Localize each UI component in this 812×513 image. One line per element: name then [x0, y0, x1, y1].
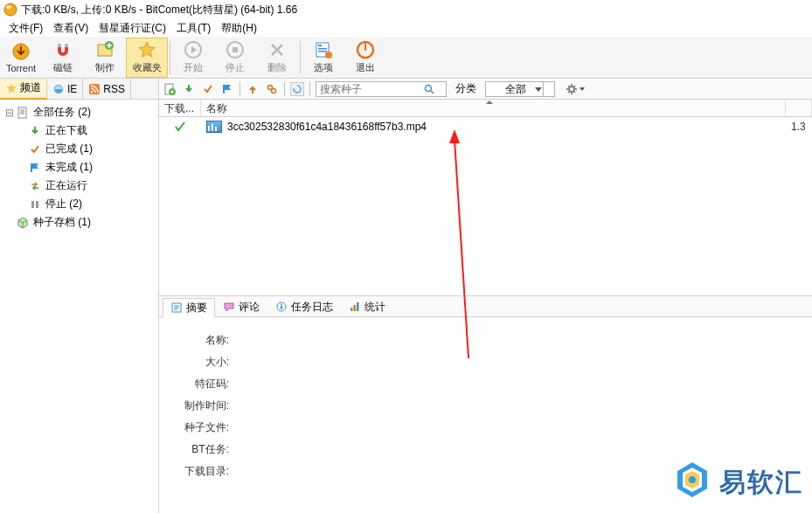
- sort-indicator-icon: [486, 101, 493, 104]
- settings-dropdown[interactable]: [566, 83, 585, 95]
- toolbar-delete-button[interactable]: 删除: [256, 38, 298, 78]
- delete-icon: [267, 40, 287, 59]
- svg-rect-36: [354, 305, 357, 311]
- toolbar-torrent-button[interactable]: Torrent: [0, 38, 42, 78]
- svg-point-34: [281, 304, 282, 306]
- tree-stopped[interactable]: 停止 (2): [2, 195, 156, 213]
- detail-created-label: 制作时间:: [163, 399, 232, 413]
- toolbar-create-button[interactable]: 制作: [84, 38, 126, 78]
- svg-rect-12: [318, 48, 327, 50]
- category-select[interactable]: 全部: [485, 81, 555, 97]
- check-orange-icon[interactable]: [201, 82, 215, 96]
- watermark-text: 易软汇: [719, 465, 803, 501]
- search-icon[interactable]: [421, 84, 437, 94]
- left-panel: 频道 IE RSS ⊟ 全部任务 (2) 正在下载 已: [0, 79, 159, 513]
- svg-rect-21: [31, 163, 32, 172]
- check-icon: [28, 142, 42, 156]
- down-arrow-icon[interactable]: [182, 82, 196, 96]
- toolbar-options-button[interactable]: 选项: [302, 38, 344, 78]
- svg-rect-9: [232, 47, 238, 52]
- toolbar-exit-label: 退出: [356, 61, 375, 74]
- tree-completed-label: 已完成 (1): [45, 142, 93, 156]
- toolbar-start-label: 开始: [184, 61, 203, 74]
- svg-rect-13: [318, 51, 327, 52]
- detail-name-label: 名称:: [163, 333, 232, 348]
- star-icon: [137, 40, 156, 59]
- toolbar-create-label: 制作: [95, 61, 115, 74]
- detail-seedfile-label: 种子文件:: [163, 420, 232, 435]
- tab-rss[interactable]: RSS: [83, 79, 131, 100]
- menu-passport[interactable]: 彗星通行证(C): [94, 19, 171, 38]
- toolbar-exit-button[interactable]: 退出: [344, 38, 386, 78]
- list-row[interactable]: 3cc302532830f61c4a18436168ff57b3.mp4 1.3: [159, 117, 812, 135]
- torrent-icon: [11, 42, 31, 61]
- menu-file[interactable]: 文件(F): [3, 19, 48, 38]
- tree-completed[interactable]: 已完成 (1): [2, 140, 156, 158]
- search-input[interactable]: [316, 83, 421, 95]
- row-name-cell: 3cc302532830f61c4a18436168ff57b3.mp4: [201, 121, 786, 133]
- row-name: 3cc302532830f61c4a18436168ff57b3.mp4: [227, 121, 427, 133]
- tab-ie-label: IE: [67, 83, 77, 95]
- pause-icon: [28, 198, 42, 211]
- add-icon[interactable]: [163, 82, 177, 96]
- menu-help[interactable]: 帮助(H): [216, 19, 262, 38]
- comment-icon: [223, 301, 235, 313]
- toolbar-magnet-label: 磁链: [53, 61, 73, 74]
- tab-summary[interactable]: 摘要: [163, 298, 215, 317]
- download-arrow-icon: [28, 124, 42, 138]
- tab-log[interactable]: 任务日志: [267, 297, 341, 316]
- detail-size-label: 大小:: [163, 355, 232, 370]
- toolbar-separator: [300, 41, 301, 74]
- tab-channel-label: 频道: [20, 80, 41, 95]
- options-icon: [314, 40, 333, 59]
- summary-icon: [170, 302, 183, 314]
- video-file-icon: [206, 121, 222, 133]
- svg-point-19: [91, 90, 94, 93]
- left-tabs: 频道 IE RSS: [0, 79, 158, 100]
- detail-hash-label: 特征码:: [163, 377, 232, 392]
- transfer-icon: [28, 179, 42, 193]
- toolbar-start-button[interactable]: 开始: [172, 38, 214, 78]
- toolbar-options-label: 选项: [314, 61, 333, 74]
- tab-stats-label: 统计: [364, 300, 385, 315]
- info-icon: [275, 301, 288, 313]
- col-size[interactable]: [786, 100, 812, 116]
- menu-tools[interactable]: 工具(T): [171, 19, 216, 38]
- search-box: [316, 81, 447, 97]
- flag-icon: [28, 161, 42, 175]
- right-panel: 分类 全部 下载... 名称 3cc302532830f61c4a1843616…: [159, 79, 812, 513]
- tab-summary-label: 摘要: [186, 301, 207, 315]
- tab-stats[interactable]: 统计: [341, 297, 393, 316]
- toolbar-stop-button[interactable]: 停止: [214, 38, 256, 78]
- tree-seed-archive[interactable]: 种子存档 (1): [2, 213, 156, 232]
- stop-icon: [226, 40, 245, 59]
- toolbar-separator: [170, 41, 170, 74]
- tab-channel[interactable]: 频道: [0, 79, 47, 100]
- col-download[interactable]: 下载...: [159, 100, 201, 116]
- tree-running[interactable]: 正在运行: [2, 177, 156, 195]
- ie-icon: [52, 83, 65, 95]
- svg-point-30: [569, 87, 574, 92]
- category-value: 全部: [505, 83, 526, 95]
- flag-blue-icon[interactable]: [220, 82, 234, 96]
- row-status-icon: [159, 121, 201, 133]
- link-icon[interactable]: [265, 82, 279, 96]
- svg-rect-22: [31, 201, 34, 208]
- upload-icon[interactable]: [246, 82, 260, 96]
- tab-ie[interactable]: IE: [47, 79, 83, 100]
- toolbar-separator: [239, 82, 240, 96]
- tab-comments[interactable]: 评论: [215, 297, 267, 316]
- toolbar-stop-label: 停止: [226, 61, 245, 74]
- toolbar-delete-label: 删除: [267, 61, 287, 74]
- col-name[interactable]: 名称: [201, 100, 786, 116]
- tree-downloading[interactable]: 正在下载: [2, 121, 156, 140]
- toolbar-favorites-button[interactable]: 收藏夹: [126, 38, 168, 78]
- menu-view[interactable]: 查看(V): [48, 19, 94, 38]
- chevron-down-icon: [580, 87, 585, 91]
- toolbar-magnet-button[interactable]: 磁链: [42, 38, 84, 78]
- refresh-icon[interactable]: [290, 82, 304, 96]
- star-icon: [5, 82, 17, 94]
- tree-incomplete[interactable]: 未完成 (1): [2, 158, 156, 177]
- tree-all-tasks[interactable]: ⊟ 全部任务 (2): [2, 103, 156, 121]
- svg-rect-23: [36, 201, 38, 208]
